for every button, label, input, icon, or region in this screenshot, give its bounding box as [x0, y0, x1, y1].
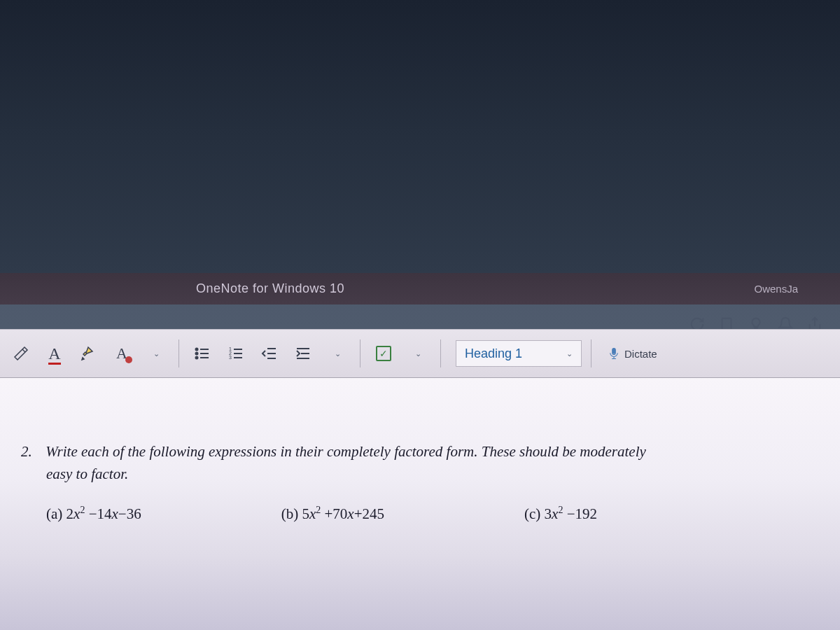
chevron-down-icon: ⌄	[335, 349, 341, 358]
dictate-label: Dictate	[624, 348, 657, 360]
numbered-list-button[interactable]: 1 2 3	[222, 340, 250, 368]
expression-a: (a) 2x2 −14x−36	[46, 505, 141, 523]
outdent-button[interactable]	[255, 340, 284, 368]
chevron-down-icon: ⌄	[153, 349, 160, 358]
heading-style-select[interactable]: Heading 1 ⌄	[456, 340, 582, 367]
chevron-down-icon: ⌄	[566, 349, 573, 358]
microphone-icon	[608, 346, 620, 361]
indent-button[interactable]	[289, 340, 317, 368]
tags-dropdown-chevron[interactable]: ⌄	[403, 340, 431, 368]
window-background-top	[0, 0, 840, 273]
separator	[591, 340, 592, 368]
svg-point-2	[196, 349, 198, 351]
expr-c-math: 3x2 −192	[545, 505, 597, 522]
problem-line-2: easy to factor.	[46, 463, 819, 486]
svg-point-3	[196, 353, 198, 355]
page-content[interactable]: 2. Write each of the following expressio…	[0, 378, 840, 630]
svg-rect-20	[612, 349, 616, 354]
dictate-button[interactable]: Dictate	[601, 346, 664, 361]
clear-formatting-button[interactable]: A	[108, 340, 136, 368]
expr-a-math: 2x2 −14x−36	[66, 505, 141, 522]
problem-statement: 2. Write each of the following expressio…	[21, 441, 819, 485]
ribbon-toolbar: A A ⌄ 1	[0, 329, 840, 378]
user-name: OwensJa	[754, 283, 798, 295]
heading-style-label: Heading 1	[465, 346, 522, 361]
svg-point-1	[125, 356, 132, 363]
expressions-row: (a) 2x2 −14x−36 (b) 5x2 +70x+245 (c) 3x2…	[46, 505, 819, 523]
problem-line-1: Write each of the following expressions …	[46, 443, 646, 460]
paragraph-dropdown-chevron[interactable]: ⌄	[323, 340, 351, 368]
svg-text:3: 3	[229, 355, 232, 360]
expr-a-label: (a)	[46, 505, 62, 522]
problem-number: 2.	[21, 441, 42, 463]
svg-point-4	[196, 357, 198, 359]
font-dropdown-chevron[interactable]: ⌄	[141, 340, 169, 368]
highlight-button[interactable]	[7, 340, 35, 368]
expr-c-label: (c)	[524, 505, 540, 522]
clear-format-a-icon: A	[116, 344, 127, 363]
checkbox-icon: ✓	[376, 346, 391, 361]
expr-b-math: 5x2 +70x+245	[302, 505, 384, 522]
expr-b-label: (b)	[281, 505, 299, 522]
title-bar: OneNote for Windows 10 OwensJa	[0, 273, 840, 304]
font-color-a-icon: A	[48, 344, 60, 363]
app-title: OneNote for Windows 10	[196, 281, 344, 296]
separator	[440, 340, 441, 368]
expression-b: (b) 5x2 +70x+245	[281, 505, 384, 523]
font-color-button[interactable]: A	[41, 340, 69, 368]
expression-c: (c) 3x2 −192	[524, 505, 597, 523]
todo-tag-button[interactable]: ✓	[370, 340, 398, 368]
bullet-list-button[interactable]	[188, 340, 216, 368]
svg-rect-0	[722, 318, 732, 330]
chevron-down-icon: ⌄	[415, 349, 421, 358]
separator	[360, 340, 360, 368]
separator	[178, 340, 179, 368]
text-highlight-button[interactable]	[74, 340, 102, 368]
